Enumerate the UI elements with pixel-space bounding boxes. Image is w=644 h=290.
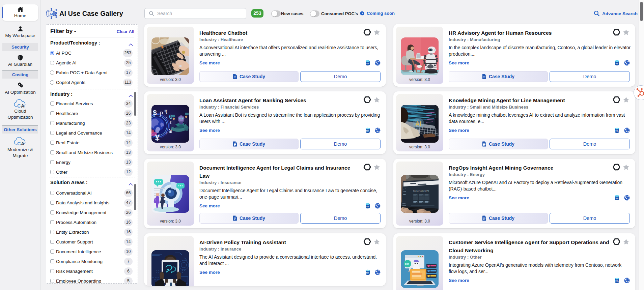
svg-text:AI: AI [50, 12, 53, 16]
svg-text:s: s [166, 116, 167, 119]
svg-text:¥: ¥ [155, 133, 160, 143]
svg-text:SQL: SQL [615, 63, 619, 64]
svg-text:SQL: SQL [615, 280, 619, 282]
svg-text:A: A [21, 103, 25, 109]
svg-text:SQL: SQL [366, 272, 369, 274]
svg-text:SQL: SQL [366, 63, 369, 64]
svg-text:$: $ [153, 109, 157, 116]
svg-text:C: C [17, 141, 21, 146]
svg-text:₹: ₹ [164, 109, 168, 115]
svg-text:SQL: SQL [615, 198, 619, 199]
svg-text:C: C [17, 103, 21, 109]
svg-text:Conversational AI: Conversational AI [413, 190, 429, 192]
svg-text:F: F [166, 132, 168, 135]
svg-text:P: P [160, 111, 163, 117]
svg-text:SQL: SQL [366, 206, 369, 207]
svg-text:SQL: SQL [615, 130, 619, 132]
svg-text:AI: AI [415, 120, 421, 127]
svg-text:HI!: HI! [405, 262, 409, 266]
svg-text:SQL: SQL [366, 130, 369, 132]
svg-text:A: A [21, 141, 25, 146]
